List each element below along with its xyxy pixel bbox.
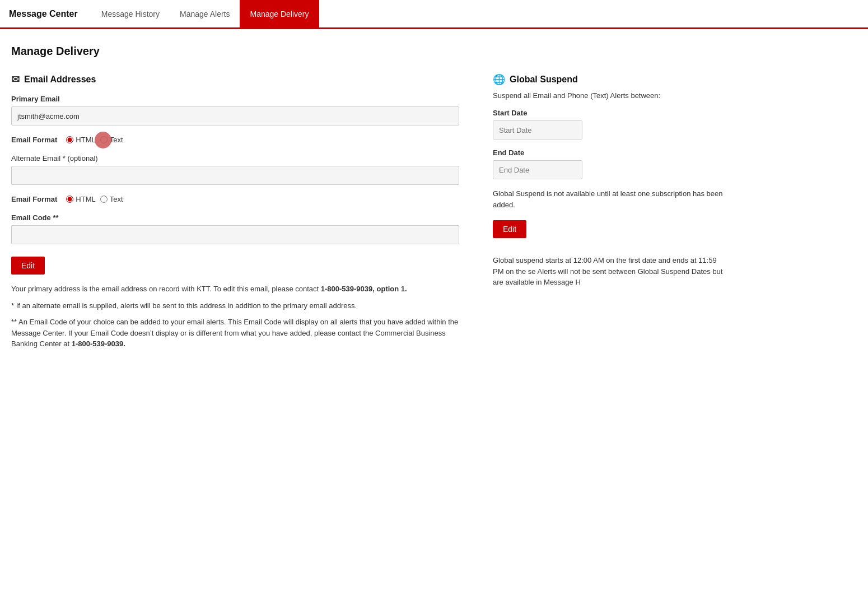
footer-note-1: Your primary address is the email addres… [11, 283, 459, 295]
email-format-label-1: Email Format [11, 136, 57, 144]
brand-title: Message Center [9, 9, 78, 19]
email-code-input[interactable] [11, 225, 459, 244]
global-suspend-heading: 🌐 Global Suspend [493, 73, 728, 86]
html-radio-2[interactable] [66, 196, 73, 203]
page-content: Manage Delivery ✉ Email Addresses Primar… [0, 29, 868, 378]
suspend-footer-note: Global suspend starts at 12:00 AM on the… [493, 255, 728, 288]
nav-tabs: Message History Manage Alerts Manage Del… [91, 0, 319, 27]
footer-note-2: * If an alternate email is supplied, ale… [11, 300, 459, 312]
alternate-email-label: Alternate Email * (optional) [11, 154, 459, 162]
start-date-input[interactable] [493, 120, 582, 140]
email-format-row-1: Email Format HTML Text [11, 136, 459, 144]
alternate-email-input[interactable] [11, 166, 459, 185]
start-date-group: Start Date [493, 109, 728, 148]
end-date-input[interactable] [493, 160, 582, 179]
email-edit-button[interactable]: Edit [11, 257, 45, 275]
tab-message-history[interactable]: Message History [91, 0, 170, 27]
suspend-subtitle: Suspend all Email and Phone (Text) Alert… [493, 91, 728, 100]
text-label-1: Text [110, 136, 123, 144]
end-date-group: End Date [493, 148, 728, 188]
html-radio-1[interactable] [66, 136, 73, 143]
global-suspend-section: 🌐 Global Suspend Suspend all Email and P… [493, 73, 728, 288]
html-label-1: HTML [76, 136, 95, 144]
alternate-email-group: Alternate Email * (optional) [11, 154, 459, 185]
end-date-label: End Date [493, 148, 728, 157]
footer-note-3: ** An Email Code of your choice can be a… [11, 317, 459, 350]
text-label-2: Text [110, 195, 123, 203]
primary-email-input[interactable] [11, 106, 459, 125]
primary-email-label: Primary Email [11, 95, 459, 103]
text-radio-1[interactable] [100, 136, 108, 143]
text-radio-label-2[interactable]: Text [100, 195, 123, 203]
email-code-group: Email Code ** [11, 213, 459, 244]
main-layout: ✉ Email Addresses Primary Email Email Fo… [11, 73, 857, 355]
suspend-unavailable-note: Global Suspend is not available until at… [493, 188, 728, 210]
suspend-edit-button[interactable]: Edit [493, 220, 526, 238]
globe-icon: 🌐 [493, 73, 505, 86]
primary-email-group: Primary Email [11, 95, 459, 125]
email-code-label: Email Code ** [11, 213, 459, 222]
html-label-2: HTML [76, 195, 95, 203]
email-icon: ✉ [11, 73, 20, 86]
tab-manage-delivery[interactable]: Manage Delivery [240, 0, 319, 27]
email-section-heading: ✉ Email Addresses [11, 73, 459, 86]
start-date-label: Start Date [493, 109, 728, 117]
page-title: Manage Delivery [11, 45, 857, 58]
text-radio-2[interactable] [100, 196, 108, 203]
html-radio-label-2[interactable]: HTML [66, 195, 95, 203]
text-radio-cursor-wrapper [100, 136, 108, 143]
email-format-row-2: Email Format HTML Text [11, 195, 459, 203]
top-navigation: Message Center Message History Manage Al… [0, 0, 868, 29]
html-radio-label-1[interactable]: HTML [66, 136, 95, 144]
tab-manage-alerts[interactable]: Manage Alerts [170, 0, 240, 27]
text-radio-label-1[interactable]: Text [100, 136, 123, 144]
email-addresses-section: ✉ Email Addresses Primary Email Email Fo… [11, 73, 459, 355]
email-format-label-2: Email Format [11, 195, 57, 203]
